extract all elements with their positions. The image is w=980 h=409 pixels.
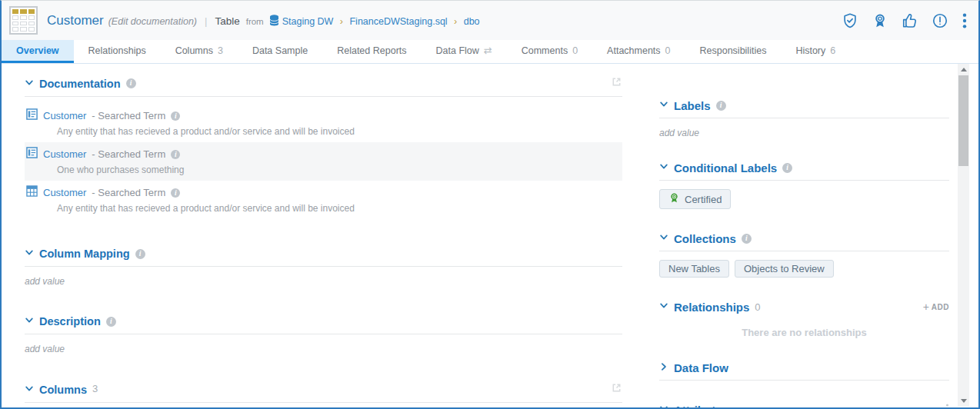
tab-history[interactable]: History6 (781, 40, 850, 63)
documentation-item-suffix: - Searched Term (92, 187, 165, 198)
content-area: Documentation i Customer - Searched Term… (2, 64, 978, 407)
divider (659, 251, 949, 251)
documentation-item-link[interactable]: Customer (43, 148, 86, 160)
alert-icon[interactable] (932, 12, 948, 29)
table-object-icon (9, 6, 38, 35)
add-value-placeholder[interactable]: add value (25, 344, 622, 354)
collection-chip[interactable]: Objects to Review (735, 260, 834, 278)
info-icon: i (106, 317, 116, 327)
chevron-down-icon[interactable] (659, 403, 668, 409)
chevron-down-icon[interactable] (25, 383, 34, 397)
empty-state-text: There are no relationships (659, 327, 949, 338)
section-title: Columns (39, 384, 87, 396)
page-header: Customer (Edit documentation) | Table fr… (2, 1, 978, 40)
data-flow-section: Data Flow (659, 361, 949, 381)
labels-section: Labels i add value (659, 98, 949, 138)
documentation-item[interactable]: Customer - Searched Term i Any entity th… (25, 181, 622, 219)
info-icon: i (171, 150, 180, 159)
conditional-labels-section: Conditional Labels i Certified (659, 161, 949, 209)
info-icon: i (135, 249, 145, 259)
vertical-scrollbar[interactable] (958, 64, 969, 407)
tab-data-flow[interactable]: Data Flow⇄ (422, 40, 507, 63)
page-title: Customer (47, 13, 104, 28)
tab-responsibilities[interactable]: Responsibilities (685, 40, 782, 63)
chevron-down-icon[interactable] (659, 231, 668, 245)
tab-relationships[interactable]: Relationships (74, 40, 161, 63)
info-icon: i (171, 188, 180, 198)
info-icon: i (716, 101, 726, 111)
chevron-down-icon[interactable] (25, 247, 34, 261)
tab-label: Data Flow (436, 45, 479, 56)
section-title: Description (39, 315, 101, 328)
scroll-down-arrow[interactable] (958, 395, 969, 407)
chevron-right-icon[interactable] (659, 361, 668, 374)
tab-label: Data Sample (252, 45, 308, 56)
certified-badge[interactable]: Certified (659, 189, 731, 209)
plus-icon: + (923, 303, 929, 311)
section-title: Relationships (674, 301, 749, 314)
breadcrumb-separator: › (340, 16, 343, 27)
tab-attachments[interactable]: Attachments0 (592, 40, 685, 63)
chevron-down-icon[interactable] (25, 314, 34, 328)
info-icon: i (742, 234, 752, 244)
tab-overview[interactable]: Overview (2, 40, 74, 63)
chevron-down-icon[interactable] (659, 300, 668, 314)
award-icon[interactable] (872, 12, 888, 29)
documentation-item[interactable]: Customer - Searched Term i One who purch… (25, 142, 622, 181)
section-title: Data Flow (674, 361, 728, 374)
tab-data-sample[interactable]: Data Sample (238, 40, 322, 63)
open-in-new-icon[interactable] (611, 76, 622, 91)
table-icon (26, 185, 38, 200)
app-window: Customer (Edit documentation) | Table fr… (0, 0, 980, 409)
section-menu-icon[interactable] (945, 404, 949, 409)
documentation-item-suffix: - Searched Term (92, 148, 165, 160)
tab-label: Columns (175, 45, 213, 56)
breadcrumb: Staging DW › FinanceDWStaging.sql › dbo (282, 14, 480, 28)
tab-columns[interactable]: Columns3 (161, 40, 238, 63)
main-column: Documentation i Customer - Searched Term… (2, 64, 622, 407)
chevron-down-icon[interactable] (25, 77, 34, 91)
add-value-placeholder[interactable]: add value (25, 276, 622, 287)
breadcrumb-root[interactable]: Staging DW (282, 16, 334, 27)
section-title: Collections (674, 232, 736, 245)
open-in-new-icon[interactable] (611, 382, 622, 397)
section-title: Labels (674, 99, 711, 112)
divider (659, 380, 949, 381)
breadcrumb-database[interactable]: FinanceDWStaging.sql (349, 16, 447, 27)
info-icon: i (782, 163, 792, 173)
add-relationship-button[interactable]: + ADD (923, 303, 949, 311)
edit-documentation-link[interactable]: (Edit documentation) (108, 16, 197, 27)
description-section: Description i add value (25, 314, 622, 354)
kebab-menu-icon[interactable] (962, 12, 968, 29)
tab-label: Comments (522, 45, 568, 56)
documentation-item-link[interactable]: Customer (43, 187, 86, 198)
tab-count: 0 (665, 45, 671, 56)
chevron-down-icon[interactable] (659, 98, 668, 112)
add-value-placeholder[interactable]: add value (659, 128, 949, 138)
sidebar: Labels i add value Conditional Labels i (659, 64, 949, 407)
documentation-item-link[interactable]: Customer (43, 110, 86, 121)
section-title: Attributes (674, 404, 728, 409)
scrollbar-thumb[interactable] (958, 75, 968, 166)
tab-related-reports[interactable]: Related Reports (322, 40, 421, 63)
section-count: 3 (92, 383, 98, 397)
tab-label: Attachments (607, 45, 660, 56)
chevron-down-icon[interactable] (659, 161, 668, 175)
shield-check-icon[interactable] (842, 12, 858, 29)
header-actions (842, 12, 968, 29)
breadcrumb-schema[interactable]: dbo (464, 16, 480, 27)
divider (25, 402, 622, 403)
collection-chip[interactable]: New Tables (659, 260, 729, 278)
thumbs-up-icon[interactable] (902, 12, 918, 29)
attributes-section: Attributes Native Type TABLE (659, 403, 949, 409)
info-icon: i (126, 78, 136, 88)
tab-comments[interactable]: Comments0 (507, 40, 592, 63)
section-title: Column Mapping (39, 248, 130, 260)
add-label: ADD (932, 303, 949, 311)
scroll-up-arrow[interactable] (958, 64, 969, 75)
tab-count: 6 (830, 45, 835, 56)
documentation-item[interactable]: Customer - Searched Term i Any entity th… (25, 104, 622, 142)
tab-bar: Overview Relationships Columns3 Data Sam… (2, 40, 978, 64)
section-count: 0 (755, 301, 760, 313)
documentation-item-description: One who purchases something (57, 165, 622, 175)
